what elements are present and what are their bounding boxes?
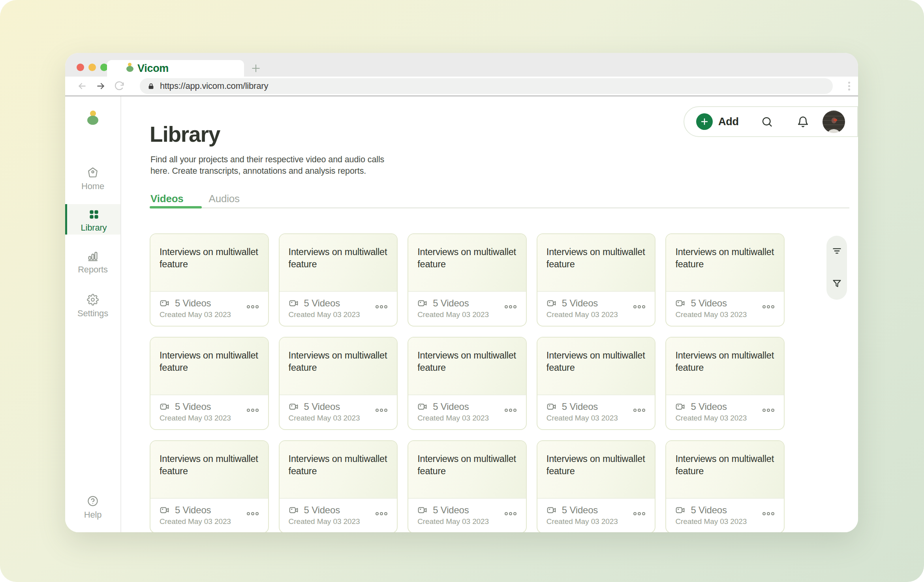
video-camera-icon bbox=[675, 402, 685, 412]
project-card-footer: 5 Videos Created May 03 2023 bbox=[280, 395, 397, 429]
notifications-bell-icon[interactable] bbox=[797, 116, 809, 128]
project-card[interactable]: Interviews on multiwallet feature 5 Vide… bbox=[665, 440, 785, 532]
page-title: Library bbox=[150, 122, 220, 147]
sidebar-item-label: Settings bbox=[77, 308, 108, 319]
card-title: Interviews on multiwallet feature bbox=[547, 349, 646, 374]
close-window-button[interactable] bbox=[77, 64, 84, 71]
video-camera-icon bbox=[160, 298, 170, 308]
card-menu-dots-icon[interactable] bbox=[375, 304, 388, 309]
project-card[interactable]: Interviews on multiwallet feature 5 Vide… bbox=[408, 233, 527, 327]
reload-icon[interactable] bbox=[114, 81, 124, 91]
card-menu-dots-icon[interactable] bbox=[762, 304, 775, 309]
help-icon bbox=[87, 495, 99, 507]
project-card-footer: 5 Videos Created May 03 2023 bbox=[280, 499, 397, 532]
sidebar-item-home[interactable]: Home bbox=[65, 167, 120, 191]
video-camera-icon bbox=[417, 505, 428, 515]
project-card[interactable]: Interviews on multiwallet feature 5 Vide… bbox=[537, 233, 656, 327]
project-card-footer: 5 Videos Created May 03 2023 bbox=[666, 499, 784, 532]
project-card[interactable]: Interviews on multiwallet feature 5 Vide… bbox=[408, 440, 527, 532]
project-card[interactable]: Interviews on multiwallet feature 5 Vide… bbox=[150, 440, 269, 532]
card-title: Interviews on multiwallet feature bbox=[160, 453, 259, 477]
library-tabs: Videos Audios bbox=[150, 193, 240, 205]
tab-audios[interactable]: Audios bbox=[209, 193, 240, 205]
main-area: Library Find all your projects and their… bbox=[121, 96, 858, 532]
funnel-filter-icon[interactable] bbox=[832, 278, 842, 289]
card-title: Interviews on multiwallet feature bbox=[547, 246, 646, 270]
sidebar-item-settings[interactable]: Settings bbox=[65, 294, 120, 319]
video-camera-icon bbox=[289, 298, 299, 308]
project-card[interactable]: Interviews on multiwallet feature 5 Vide… bbox=[665, 337, 785, 430]
card-title: Interviews on multiwallet feature bbox=[289, 349, 388, 374]
minimize-window-button[interactable] bbox=[88, 64, 96, 71]
project-card[interactable]: Interviews on multiwallet feature 5 Vide… bbox=[665, 233, 785, 327]
project-card-header: Interviews on multiwallet feature bbox=[408, 441, 526, 499]
user-avatar[interactable] bbox=[823, 111, 845, 133]
card-title: Interviews on multiwallet feature bbox=[675, 246, 774, 270]
search-icon[interactable] bbox=[761, 116, 773, 128]
card-menu-dots-icon[interactable] bbox=[633, 304, 646, 309]
card-title: Interviews on multiwallet feature bbox=[289, 453, 388, 477]
card-menu-dots-icon[interactable] bbox=[633, 408, 646, 413]
new-tab-button[interactable] bbox=[250, 60, 262, 77]
tabs-divider bbox=[150, 207, 849, 208]
card-menu-dots-icon[interactable] bbox=[246, 304, 259, 309]
video-camera-icon bbox=[417, 402, 428, 412]
project-card[interactable]: Interviews on multiwallet feature 5 Vide… bbox=[279, 440, 398, 532]
sort-lines-icon[interactable] bbox=[832, 246, 842, 256]
project-card[interactable]: Interviews on multiwallet feature 5 Vide… bbox=[537, 337, 656, 430]
filter-rail bbox=[826, 236, 847, 300]
card-menu-dots-icon[interactable] bbox=[375, 511, 388, 516]
card-created-date: Created May 03 2023 bbox=[289, 414, 389, 422]
lock-icon bbox=[147, 82, 155, 90]
url-field[interactable]: https://app.vicom.com/library bbox=[140, 78, 833, 94]
card-menu-dots-icon[interactable] bbox=[504, 511, 517, 516]
sidebar-item-library[interactable]: Library bbox=[65, 204, 120, 235]
project-card-header: Interviews on multiwallet feature bbox=[666, 441, 784, 499]
card-menu-dots-icon[interactable] bbox=[246, 408, 259, 413]
project-card[interactable]: Interviews on multiwallet feature 5 Vide… bbox=[150, 337, 269, 430]
video-camera-icon bbox=[675, 298, 685, 308]
back-icon[interactable] bbox=[77, 81, 87, 91]
card-created-date: Created May 03 2023 bbox=[675, 517, 775, 526]
project-card[interactable]: Interviews on multiwallet feature 5 Vide… bbox=[150, 233, 269, 327]
card-menu-dots-icon[interactable] bbox=[762, 408, 775, 413]
card-menu-dots-icon[interactable] bbox=[504, 408, 517, 413]
browser-tab[interactable]: Vicom bbox=[107, 60, 244, 77]
card-title: Interviews on multiwallet feature bbox=[417, 246, 516, 270]
sidebar-item-reports[interactable]: Reports bbox=[65, 250, 120, 275]
project-card[interactable]: Interviews on multiwallet feature 5 Vide… bbox=[408, 337, 527, 430]
card-created-date: Created May 03 2023 bbox=[289, 517, 389, 526]
card-video-count: 5 Videos bbox=[304, 401, 340, 412]
card-title: Interviews on multiwallet feature bbox=[675, 453, 774, 477]
video-camera-icon bbox=[417, 298, 428, 308]
app-content: Home Library Reports Settings Help bbox=[65, 96, 858, 532]
project-card[interactable]: Interviews on multiwallet feature 5 Vide… bbox=[279, 337, 398, 430]
card-video-count: 5 Videos bbox=[433, 401, 469, 412]
vicom-logo bbox=[65, 111, 120, 125]
sidebar-item-help[interactable]: Help bbox=[65, 495, 120, 520]
card-menu-dots-icon[interactable] bbox=[633, 511, 646, 516]
sidebar-item-label: Help bbox=[84, 510, 101, 520]
card-menu-dots-icon[interactable] bbox=[246, 511, 259, 516]
add-button[interactable]: Add bbox=[696, 113, 739, 130]
tab-videos[interactable]: Videos bbox=[150, 193, 184, 205]
video-camera-icon bbox=[675, 505, 685, 515]
forward-icon[interactable] bbox=[96, 81, 106, 91]
home-icon bbox=[87, 167, 99, 178]
project-card-header: Interviews on multiwallet feature bbox=[537, 338, 655, 395]
browser-window: Vicom https://app.vicom.com/library bbox=[65, 53, 858, 532]
sidebar: Home Library Reports Settings Help bbox=[65, 96, 121, 532]
card-video-count: 5 Videos bbox=[304, 505, 340, 516]
card-menu-dots-icon[interactable] bbox=[375, 408, 388, 413]
sidebar-item-label: Home bbox=[81, 181, 104, 191]
card-title: Interviews on multiwallet feature bbox=[289, 246, 388, 270]
card-menu-dots-icon[interactable] bbox=[504, 304, 517, 309]
card-video-count: 5 Videos bbox=[175, 505, 211, 516]
card-menu-dots-icon[interactable] bbox=[762, 511, 775, 516]
project-card[interactable]: Interviews on multiwallet feature 5 Vide… bbox=[537, 440, 656, 532]
project-card[interactable]: Interviews on multiwallet feature 5 Vide… bbox=[279, 233, 398, 327]
browser-tab-bar: Vicom bbox=[65, 53, 858, 77]
add-plus-icon bbox=[696, 113, 713, 130]
browser-menu-icon[interactable] bbox=[843, 77, 855, 96]
card-created-date: Created May 03 2023 bbox=[160, 517, 259, 526]
